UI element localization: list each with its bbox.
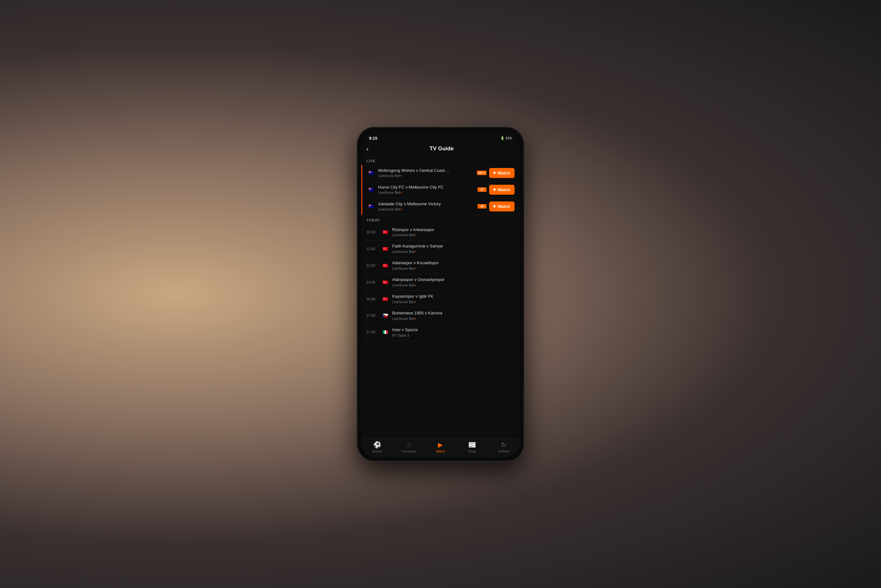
match-time-6: 12:00 — [367, 264, 378, 267]
match-info-8: Kayserispor v Igdir FK LiveScore Bet+ — [392, 294, 514, 304]
flag-cz-9: 🇨🇿 — [380, 312, 389, 319]
match-name-7: Alanyaspor v Osmaniyespor — [392, 277, 514, 283]
bottom-nav: ⚽ Scores ☆ Favourites ▶ Watch 📰 News ↻ — [361, 438, 520, 457]
status-icons: 🔋 41% — [501, 136, 512, 140]
match-item[interactable]: 14:00 🇹🇷 Alanyaspor v Osmaniyespor LiveS… — [367, 274, 514, 291]
flag-tr-7: 🇹🇷 — [380, 279, 389, 285]
match-info-2: Hume City FC v Melbourne City FC LiveSco… — [378, 185, 475, 195]
favourites-icon: ☆ — [406, 441, 412, 448]
play-icon-2 — [494, 188, 496, 191]
match-provider-2: LiveScore Bet+ — [378, 190, 475, 194]
nav-item-refresh[interactable]: ↻ Refresh — [494, 441, 514, 453]
news-icon: 📰 — [468, 441, 476, 448]
match-info-1: Wollongong Wolves v Central Coast ... Li… — [378, 168, 474, 178]
match-provider-10: RT Sport 3 — [392, 333, 514, 337]
battery-percent: 41% — [505, 136, 512, 140]
watch-label-2: Watch — [498, 187, 510, 192]
match-item[interactable]: 17:30 🇮🇹 Inter v Spezia RT Sport 3 — [367, 324, 514, 341]
match-left: 🇦🇺 — [367, 170, 376, 176]
match-provider-9: LiveScore Bet+ — [392, 317, 514, 321]
score-badge-2: 17' — [478, 187, 487, 192]
match-item[interactable]: 🇦🇺 Wollongong Wolves v Central Coast ...… — [367, 165, 514, 182]
watch-button-3[interactable]: Watch — [489, 201, 514, 212]
match-name-6: Adanaspor v Kocaelispor — [392, 260, 514, 266]
match-provider-8: LiveScore Bet+ — [392, 300, 514, 304]
match-provider-4: LiveScore Bet+ — [392, 233, 514, 237]
status-bar: 9:15 🔋 41% — [361, 133, 520, 142]
flag-tr-8: 🇹🇷 — [380, 296, 389, 302]
phone-device: 9:15 🔋 41% ‹ TV Guide LIVE 🇦🇺 — [357, 127, 524, 462]
match-info-9: Bohemians 1905 v Karvina LiveScore Bet+ — [392, 310, 514, 321]
flag-au-1: 🇦🇺 — [367, 170, 376, 176]
match-item[interactable]: 12:00 🇹🇷 Fatih Karagumruk v Sariyer Live… — [367, 240, 514, 257]
watch-button-2[interactable]: Watch — [489, 185, 514, 195]
match-item[interactable]: 🇦🇺 Hume City FC v Melbourne City FC Live… — [367, 182, 514, 198]
match-name-4: Rizespor v Ankaraspor — [392, 227, 514, 233]
section-label-today: TODAY — [367, 215, 514, 224]
nav-item-favourites[interactable]: ☆ Favourites — [399, 441, 419, 453]
phone-wrapper: 9:15 🔋 41% ‹ TV Guide LIVE 🇦🇺 — [357, 127, 524, 462]
play-icon-3 — [494, 205, 496, 208]
match-provider-6: LiveScore Bet+ — [392, 267, 514, 270]
match-provider-3: LiveScore Bet+ — [378, 207, 475, 211]
match-time-10: 17:30 — [367, 330, 378, 334]
match-info-3: Adelaide City v Melbourne Victory LiveSc… — [378, 201, 475, 212]
watch-label: Watch — [436, 450, 445, 453]
match-item[interactable]: 16:00 🇹🇷 Kayserispor v Igdir FK LiveScor… — [367, 291, 514, 308]
play-icon-1 — [494, 171, 496, 174]
scores-label: Scores — [372, 450, 382, 453]
match-item[interactable]: 17:00 🇨🇿 Bohemians 1905 v Karvina LiveSc… — [367, 308, 514, 324]
battery-icon: 🔋 — [501, 136, 504, 140]
content-area[interactable]: LIVE 🇦🇺 Wollongong Wolves v Central Coas… — [361, 156, 520, 438]
watch-label-1: Watch — [498, 171, 510, 176]
score-badge-1: 45+1' — [477, 171, 487, 175]
match-time-4: 10:00 — [367, 230, 378, 234]
section-label-live: LIVE — [367, 156, 514, 165]
nav-item-scores[interactable]: ⚽ Scores — [367, 441, 387, 453]
flag-it-10: 🇮🇹 — [380, 329, 389, 335]
flag-tr-5: 🇹🇷 — [380, 246, 389, 252]
match-info-10: Inter v Spezia RT Sport 3 — [392, 327, 514, 337]
flag-au-3: 🇦🇺 — [367, 203, 376, 210]
favourites-label: Favourites — [401, 450, 416, 453]
match-item[interactable]: 10:00 🇹🇷 Rizespor v Ankaraspor LiveScore… — [367, 224, 514, 241]
match-time-8: 16:00 — [367, 297, 378, 301]
back-button[interactable]: ‹ — [367, 145, 369, 153]
match-time-7: 14:00 — [367, 280, 378, 284]
scores-icon: ⚽ — [373, 441, 381, 448]
match-name-1: Wollongong Wolves v Central Coast ... — [378, 168, 474, 174]
match-item[interactable]: 🇦🇺 Adelaide City v Melbourne Victory Liv… — [367, 198, 514, 215]
watch-button-1[interactable]: Watch — [489, 168, 514, 178]
match-info-6: Adanaspor v Kocaelispor LiveScore Bet+ — [392, 260, 514, 270]
news-label: News — [468, 450, 476, 453]
match-provider-5: LiveScore Bet+ — [392, 250, 514, 254]
score-badge-3: 16' — [478, 204, 487, 208]
match-info-7: Alanyaspor v Osmaniyespor LiveScore Bet+ — [392, 277, 514, 287]
match-name-3: Adelaide City v Melbourne Victory — [378, 201, 475, 207]
match-provider-1: LiveScore Bet+ — [378, 174, 474, 178]
refresh-icon: ↻ — [501, 441, 507, 448]
match-left: 🇦🇺 — [367, 186, 376, 193]
match-left: 🇦🇺 — [367, 203, 376, 210]
match-name-8: Kayserispor v Igdir FK — [392, 294, 514, 299]
flag-au-2: 🇦🇺 — [367, 186, 376, 193]
match-item[interactable]: 12:00 🇹🇷 Adanaspor v Kocaelispor LiveSco… — [367, 257, 514, 274]
watch-icon: ▶ — [438, 441, 443, 448]
flag-tr-4: 🇹🇷 — [380, 229, 389, 235]
page-title: TV Guide — [369, 146, 514, 152]
match-name-10: Inter v Spezia — [392, 327, 514, 333]
status-time: 9:15 — [369, 136, 377, 141]
phone-screen: 9:15 🔋 41% ‹ TV Guide LIVE 🇦🇺 — [361, 133, 520, 457]
match-name-9: Bohemians 1905 v Karvina — [392, 310, 514, 316]
flag-tr-6: 🇹🇷 — [380, 262, 389, 269]
match-name-5: Fatih Karagumruk v Sariyer — [392, 244, 514, 249]
nav-item-news[interactable]: 📰 News — [462, 441, 482, 453]
match-info-4: Rizespor v Ankaraspor LiveScore Bet+ — [392, 227, 514, 237]
match-name-2: Hume City FC v Melbourne City FC — [378, 185, 475, 190]
match-provider-7: LiveScore Bet+ — [392, 283, 514, 287]
watch-label-3: Watch — [498, 204, 510, 209]
match-time-9: 17:00 — [367, 314, 378, 317]
top-bar: ‹ TV Guide — [361, 142, 520, 156]
nav-item-watch[interactable]: ▶ Watch — [431, 441, 450, 453]
match-info-5: Fatih Karagumruk v Sariyer LiveScore Bet… — [392, 244, 514, 254]
